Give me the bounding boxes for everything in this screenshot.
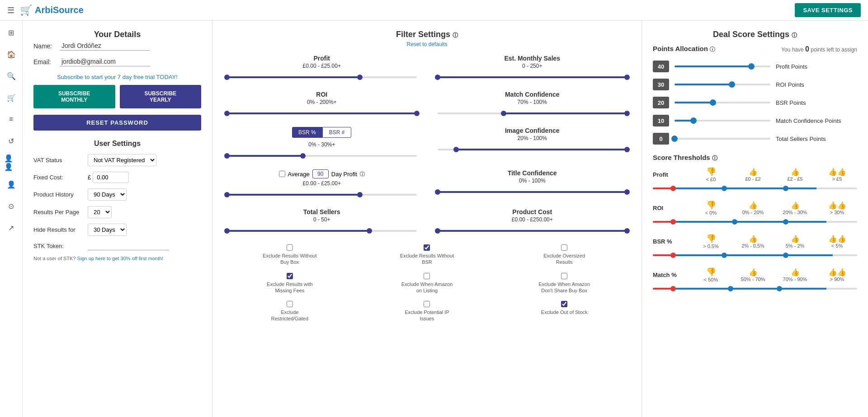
fixed-cost-prefix: £ bbox=[88, 174, 91, 181]
fixed-cost-input[interactable] bbox=[93, 172, 129, 183]
stk-signup-link[interactable]: Sign up here to get 30% off first month! bbox=[77, 256, 164, 261]
save-settings-button[interactable]: SAVE SETTINGS bbox=[795, 3, 861, 17]
profit-points-slider[interactable] bbox=[675, 62, 770, 71]
no-bsr-checkbox[interactable] bbox=[424, 244, 430, 251]
oversized-checkbox[interactable] bbox=[561, 244, 567, 251]
filter-grid: Profit £0.00 - £25.00+ Est. Monthly Sale… bbox=[223, 55, 631, 235]
results-per-page-label: Results Per Page bbox=[33, 209, 88, 216]
avg-day-profit-slider[interactable] bbox=[227, 190, 417, 199]
subscribe-buttons: SUBSCRIBEMONTHLY SUBSCRIBEYEARLY bbox=[33, 85, 201, 108]
sidebar-icon-list[interactable]: ≡ bbox=[4, 112, 19, 127]
threshold-roi: ROI 👎 < 0% 👍 0% - 20% 👍 20% - 30% 👍 bbox=[653, 200, 857, 226]
sidebar-icon-grid[interactable]: ⊞ bbox=[4, 25, 19, 40]
no-buy-box-checkbox[interactable] bbox=[287, 244, 293, 251]
profit-points-badge: 40 bbox=[653, 61, 669, 72]
email-input[interactable] bbox=[60, 57, 150, 66]
filter-avg-day-profit: Average Day Profit ⓘ £0.00 - £25.00+ bbox=[223, 169, 420, 199]
filter-match-confidence: Match Confidence 70% - 100% bbox=[434, 91, 631, 118]
filter-checkboxes: Exclude Results WithoutBuy Box Exclude R… bbox=[223, 244, 631, 322]
checkbox-ip-issues: Exclude Potential IPIssues bbox=[361, 301, 494, 322]
points-left-text: You have 0 points left to assign bbox=[781, 45, 857, 53]
filter-info-icon: ⓘ bbox=[453, 32, 458, 38]
filter-est-monthly-sales: Est. Monthly Sales 0 - 250+ bbox=[434, 55, 631, 82]
ip-issues-checkbox[interactable] bbox=[424, 301, 430, 307]
profit-points-label: Profit Points bbox=[776, 63, 857, 70]
roi-points-row: 30 ROI Points bbox=[653, 79, 857, 90]
product-cost-slider[interactable] bbox=[438, 226, 627, 235]
results-per-page-select[interactable]: 10 20 50 bbox=[88, 206, 112, 218]
no-bsr-label: Exclude Results WithoutBSR bbox=[400, 253, 454, 266]
sidebar-icon-circle[interactable]: ⊙ bbox=[4, 199, 19, 213]
threshold-profit-slider[interactable] bbox=[653, 184, 857, 193]
total-sellers-points-slider[interactable] bbox=[675, 134, 770, 143]
vat-select[interactable]: Not VAT Registered VAT Registered bbox=[88, 154, 156, 166]
oversized-label: Exclude OversizedResults bbox=[543, 253, 585, 266]
hamburger-menu-icon[interactable]: ☰ bbox=[7, 5, 14, 15]
match-confidence-range: 70% - 100% bbox=[434, 99, 631, 105]
stk-token-input[interactable] bbox=[88, 241, 169, 250]
reset-password-button[interactable]: RESET PASSWORD bbox=[33, 115, 201, 131]
missing-fees-checkbox[interactable] bbox=[287, 273, 293, 279]
threshold-match-name: Match % bbox=[653, 272, 689, 278]
match-points-row: 10 Match Confidence Points bbox=[653, 115, 857, 127]
roi-points-badge: 30 bbox=[653, 79, 669, 90]
bsr-points-slider[interactable] bbox=[675, 98, 770, 107]
points-alloc-info-icon: ⓘ bbox=[710, 46, 715, 52]
filter-title-confidence: Title Confidence 0% - 100% bbox=[434, 169, 631, 199]
image-confidence-slider[interactable] bbox=[438, 145, 627, 154]
threshold-match-col1: 👎 < 50% bbox=[691, 267, 731, 282]
profit-slider[interactable] bbox=[227, 73, 417, 82]
roi-points-slider[interactable] bbox=[675, 80, 770, 89]
bsr-points-badge: 20 bbox=[653, 97, 669, 108]
sidebar-icon-refresh[interactable]: ↺ bbox=[4, 134, 19, 148]
match-confidence-slider[interactable] bbox=[438, 109, 627, 118]
subscribe-yearly-button[interactable]: SUBSCRIBEYEARLY bbox=[120, 85, 202, 108]
sidebar-icon-cart[interactable]: 🛒 bbox=[4, 90, 19, 105]
sidebar-icon-search[interactable]: 🔍 bbox=[4, 69, 19, 83]
subscribe-monthly-button[interactable]: SUBSCRIBEMONTHLY bbox=[33, 85, 115, 108]
stk-label: STK Token: bbox=[33, 243, 88, 249]
product-history-row: Product History 30 Days 60 Days 90 Days bbox=[33, 188, 201, 201]
threshold-match-slider[interactable] bbox=[653, 284, 857, 293]
roi-slider[interactable] bbox=[227, 109, 417, 118]
results-per-page-row: Results Per Page 10 20 50 bbox=[33, 206, 201, 218]
title-confidence-slider[interactable] bbox=[438, 187, 627, 197]
out-of-stock-checkbox[interactable] bbox=[561, 301, 567, 307]
amazon-buy-box-label: Exclude When AmazonDon't Share Buy Box bbox=[538, 281, 590, 294]
avg-days-input[interactable] bbox=[312, 169, 329, 178]
threshold-roi-col1: 👎 < 0% bbox=[691, 200, 731, 216]
name-input[interactable] bbox=[60, 41, 150, 51]
match-points-slider[interactable] bbox=[675, 116, 770, 125]
roi-range: 0% - 200%+ bbox=[223, 99, 420, 105]
sidebar-icon-users[interactable]: 👤👤 bbox=[4, 155, 19, 170]
hide-results-select[interactable]: 7 Days 14 Days 30 Days bbox=[88, 224, 127, 236]
stk-note: Not a user of STK? Sign up here to get 3… bbox=[33, 256, 201, 261]
checkbox-out-of-stock: Exclude Out of Stock bbox=[498, 301, 631, 322]
product-history-select[interactable]: 30 Days 60 Days 90 Days bbox=[88, 188, 127, 201]
sidebar-icons: ⊞ 🏠 🔍 🛒 ≡ ↺ 👤👤 👤 ⊙ ↗ bbox=[0, 21, 23, 417]
restricted-checkbox[interactable] bbox=[287, 301, 293, 307]
est-monthly-sales-slider[interactable] bbox=[438, 73, 627, 82]
threshold-bsr-slider[interactable] bbox=[653, 251, 857, 260]
sidebar-icon-person[interactable]: 👤 bbox=[4, 177, 19, 192]
bsr-pct-button[interactable]: BSR % bbox=[292, 127, 322, 138]
checkbox-missing-fees: Exclude Results withMissing Fees bbox=[223, 273, 356, 294]
deal-score-title: Deal Score Settings ⓘ bbox=[653, 30, 857, 39]
sidebar-icon-home[interactable]: 🏠 bbox=[4, 47, 19, 61]
bsr-hash-button[interactable]: BSR # bbox=[322, 127, 352, 138]
product-cost-range: £0.00 - £250.00+ bbox=[434, 216, 631, 223]
threshold-match-col3: 👍 70% - 90% bbox=[775, 268, 815, 282]
amazon-buy-box-checkbox[interactable] bbox=[561, 273, 567, 279]
avg-day-profit-checkbox[interactable] bbox=[279, 171, 285, 177]
reset-to-defaults-link[interactable]: Reset to defaults bbox=[223, 41, 631, 47]
avg-day-row: Average Day Profit ⓘ bbox=[223, 169, 420, 178]
hide-results-row: Hide Results for 7 Days 14 Days 30 Days bbox=[33, 224, 201, 236]
user-settings-title: User Settings bbox=[33, 140, 201, 148]
bsr-range: 0% - 30%+ bbox=[223, 141, 420, 148]
amazon-listing-checkbox[interactable] bbox=[424, 273, 430, 279]
header-logo: 🛒 ArbiSource bbox=[20, 5, 84, 16]
total-sellers-slider[interactable] bbox=[227, 226, 417, 235]
threshold-roi-slider[interactable] bbox=[653, 217, 857, 226]
sidebar-icon-export[interactable]: ↗ bbox=[4, 220, 19, 235]
bsr-slider[interactable] bbox=[227, 151, 417, 160]
